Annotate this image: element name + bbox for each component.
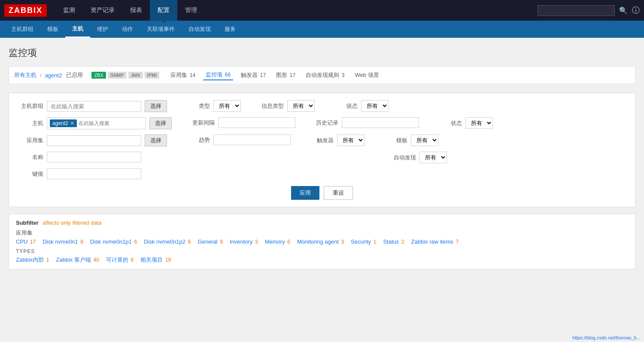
app-input[interactable] — [47, 135, 141, 146]
search-input[interactable] — [538, 5, 615, 16]
filter-infotype-row: 信息类型 所有 — [258, 100, 315, 112]
filter-section: 主机群组 选择 类型 所有 信息类型 所有 状态 所有 — [9, 93, 635, 207]
subfilter-item-disk1[interactable]: Disk nvme0n1 6 — [43, 238, 83, 245]
type-select[interactable]: 所有 — [213, 100, 241, 112]
enabled-label: 已启用 — [66, 71, 83, 79]
subfilter-item-dependent[interactable]: 相关项目 19 — [140, 256, 171, 264]
name-input[interactable] — [47, 152, 141, 162]
filter-template-row: 模板 所有 — [382, 134, 438, 146]
subfilter-item-zabbix-internal[interactable]: Zabbix内部 1 — [16, 256, 49, 264]
subnav-hosts[interactable]: 主机 — [65, 21, 90, 38]
page-title: 监控项 — [9, 46, 635, 59]
subfilter-header: Subfilter affects only filtered data — [16, 220, 628, 226]
nav-config[interactable]: 配置 — [150, 0, 177, 21]
interval-input[interactable] — [218, 117, 295, 128]
subnav-hostgroups[interactable]: 主机群组 — [4, 21, 40, 38]
subfilter-item-zabbix-raw[interactable]: Zabbix raw items 7 — [411, 238, 459, 245]
host-input-container[interactable]: agent2 ✕ — [47, 117, 146, 129]
interval-label: 更新间隔 — [189, 119, 215, 127]
trend-input[interactable] — [213, 134, 291, 145]
status2-select[interactable]: 所有 — [465, 117, 493, 129]
subfilter-item-memory[interactable]: Memory 6 — [265, 238, 290, 245]
tab-discovery-rules[interactable]: 自动发现规则 3 — [303, 70, 347, 80]
badge-zbx[interactable]: ZBX — [91, 72, 106, 79]
breadcrumb-tabs: 所有主机 / agent2 已启用 ZBX SNMP JMX IPMI 应用集 … — [9, 66, 635, 84]
nav-monitor[interactable]: 监测 — [55, 0, 83, 21]
subnav-services[interactable]: 服务 — [218, 21, 243, 38]
subfilter-types-group-label: TYPES — [16, 248, 628, 254]
hostgroup-label: 主机群组 — [18, 102, 43, 110]
host-select-btn[interactable]: 选择 — [149, 117, 172, 129]
hostgroup-input[interactable] — [47, 101, 141, 112]
host-tag-remove[interactable]: ✕ — [70, 120, 74, 126]
top-nav: ZABBIX 监测 资产记录 报表 配置 管理 🔍 ⓘ — [0, 0, 644, 21]
filter-autodiscover-row: 自动发现 所有 — [390, 152, 447, 163]
sub-nav: 主机群组 模板 主机 维护 动作 关联项事件 自动发现 服务 — [0, 21, 644, 38]
breadcrumb-separator: / — [40, 72, 42, 79]
tab-items[interactable]: 监控项 66 — [203, 70, 233, 80]
tab-triggers[interactable]: 触发器 17 — [238, 70, 268, 80]
host-label: 主机 — [18, 119, 43, 127]
subfilter-item-cpu[interactable]: CPU 17 — [16, 238, 36, 245]
infotype-label: 信息类型 — [258, 102, 284, 110]
nav-assets[interactable]: 资产记录 — [83, 0, 122, 21]
subfilter-item-disk2[interactable]: Disk nvme0n1p1 6 — [90, 238, 137, 245]
tabs-row: 应用集 14 监控项 66 触发器 17 图形 17 自动发现规则 3 Web … — [168, 70, 381, 80]
breadcrumb-all-hosts[interactable]: 所有主机 — [14, 71, 36, 79]
trigger-select[interactable]: 所有 — [337, 134, 365, 146]
badge-ipmi[interactable]: IPMI — [145, 72, 160, 79]
key-input[interactable] — [47, 168, 141, 179]
nav-admin[interactable]: 管理 — [177, 0, 205, 21]
subnav-templates[interactable]: 模板 — [40, 21, 65, 38]
help-icon[interactable]: ⓘ — [632, 5, 640, 15]
subfilter-apps-group-label: 应用集 — [16, 229, 628, 237]
subfilter-item-monitoring[interactable]: Monitoring agent 3 — [297, 238, 344, 245]
subfilter-item-general[interactable]: General 9 — [197, 238, 223, 245]
filter-key-row: 键值 — [18, 168, 141, 179]
nav-reports[interactable]: 报表 — [122, 0, 150, 21]
badge-snmp[interactable]: SNMP — [108, 72, 127, 79]
subfilter-item-disk3[interactable]: Disk nvme0n1p2 6 — [144, 238, 191, 245]
filter-row3: 应用集 选择 趋势 触发器 所有 模板 所有 — [18, 134, 626, 147]
reset-button[interactable]: 重设 — [324, 186, 353, 200]
filter-buttons: 应用 重设 — [18, 186, 626, 200]
status2-label: 状态 — [436, 119, 462, 127]
hostgroup-select-btn[interactable]: 选择 — [145, 100, 167, 112]
subnav-actions[interactable]: 动作 — [115, 21, 140, 38]
autodiscover-select[interactable]: 所有 — [419, 152, 447, 163]
subfilter-item-security[interactable]: Security 1 — [351, 238, 376, 245]
subnav-event-correlation[interactable]: 关联项事件 — [140, 21, 182, 38]
tab-graphs[interactable]: 图形 17 — [273, 70, 298, 80]
status-select[interactable]: 所有 — [361, 100, 389, 112]
host-search-input[interactable] — [79, 120, 143, 126]
search-icon[interactable]: 🔍 — [619, 6, 628, 15]
filter-hostgroup-row: 主机群组 选择 — [18, 100, 167, 112]
badge-jmx[interactable]: JMX — [128, 72, 143, 79]
name-label: 名称 — [18, 153, 43, 161]
tab-web-scenarios[interactable]: Web 场景 — [352, 70, 381, 80]
tab-appsets[interactable]: 应用集 14 — [168, 70, 198, 80]
subnav-maintenance[interactable]: 维护 — [90, 21, 115, 38]
subfilter-note: affects only filtered data — [43, 220, 101, 226]
infotype-select[interactable]: 所有 — [287, 100, 315, 112]
filter-status-row: 状态 所有 — [332, 100, 389, 112]
apply-button[interactable]: 应用 — [291, 186, 319, 200]
subnav-discovery[interactable]: 自动发现 — [182, 21, 218, 38]
filter-row1: 主机群组 选择 类型 所有 信息类型 所有 状态 所有 — [18, 100, 626, 112]
filter-status2-row: 状态 所有 — [436, 117, 493, 129]
breadcrumb-current-host[interactable]: agent2 — [45, 72, 62, 79]
app-select-btn[interactable]: 选择 — [145, 134, 167, 147]
history-input[interactable] — [342, 117, 419, 128]
subfilter-types-list: Zabbix内部 1 Zabbix 客户端 40 可计算的 6 相关项目 19 — [16, 256, 628, 264]
type-label: 类型 — [184, 102, 210, 110]
subfilter-item-calculated[interactable]: 可计算的 6 — [106, 256, 134, 264]
subfilter-item-zabbix-agent[interactable]: Zabbix 客户端 40 — [56, 256, 99, 264]
page-content: 监控项 所有主机 / agent2 已启用 ZBX SNMP JMX IPMI … — [0, 38, 644, 296]
history-label: 历史记录 — [313, 119, 338, 127]
subfilter-item-inventory[interactable]: Inventory 3 — [230, 238, 258, 245]
filter-trigger-row: 触发器 所有 — [308, 134, 365, 146]
filter-interval-row: 更新间隔 — [189, 117, 295, 128]
template-select[interactable]: 所有 — [411, 134, 438, 146]
subfilter-item-status[interactable]: Status 2 — [383, 238, 404, 245]
filter-row2: 主机 agent2 ✕ 选择 更新间隔 历史记录 — [18, 117, 626, 129]
